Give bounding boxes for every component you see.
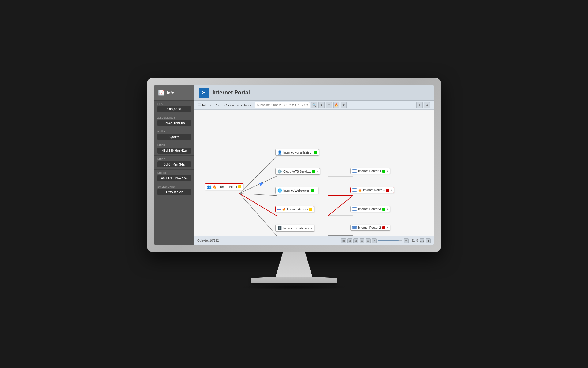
svg-line-1	[239, 176, 277, 194]
monitor-screen: 📈 Info SLA 100,00 % zul. Ausfallzeit 0d …	[154, 85, 434, 245]
monitor-shadow	[240, 284, 348, 290]
routerfire-status	[386, 189, 389, 192]
svg-line-2	[239, 194, 277, 196]
settings-button[interactable]: ⚙	[417, 102, 423, 108]
stat-mtbf-label: MTBF	[157, 144, 191, 147]
header-title: Internet Portal	[213, 90, 250, 96]
toolbar-icon: ☰	[198, 103, 201, 107]
router4-arrow: ›	[387, 169, 388, 173]
stat-service-owner: Service Owner Otto Meier	[154, 183, 194, 197]
fire-filter-button[interactable]: 🔥	[333, 102, 339, 108]
node-router2[interactable]: Internet Router 2 ›	[350, 225, 390, 231]
search-button[interactable]: 🔍	[311, 102, 317, 108]
svg-line-0	[239, 157, 277, 193]
stat-risiko: Risiko 0,00%	[154, 128, 194, 142]
e2e-icon: 👤	[277, 150, 282, 155]
svg-line-8	[328, 196, 353, 216]
expand-button[interactable]: ⬇	[424, 102, 430, 108]
zoom-grid-btn2[interactable]: ⊟	[347, 238, 352, 243]
zoom-grid-btn[interactable]: ⊞	[341, 238, 346, 243]
router2-status	[382, 226, 385, 229]
router3-label: Internet Router 3	[358, 207, 381, 211]
zoom-minus-btn[interactable]: －	[372, 238, 377, 243]
stat-ausfallzeit: zul. Ausfallzeit 0d 4h 12m 0s	[154, 114, 194, 128]
diagram-area[interactable]: ★ 👥 🔥 Internet Portal 👤 Internet Portal …	[194, 110, 434, 236]
webserver-arrow: ›	[315, 189, 316, 192]
pause-btn[interactable]: ⏸	[426, 238, 431, 243]
zoom-reset-btn[interactable]: 1:1	[420, 238, 424, 243]
portal-status	[238, 185, 241, 188]
router2-label: Internet Router 2	[358, 226, 381, 229]
stat-mtbsi-value: 48d 13h 11m 15s	[157, 175, 191, 181]
monitor: 📈 Info SLA 100,00 % zul. Ausfallzeit 0d …	[147, 78, 441, 290]
stat-mtbsi-label: MTBSI	[157, 171, 191, 174]
stat-risiko-value: 0,00%	[157, 134, 191, 140]
router2-arrow: ›	[387, 226, 388, 229]
stat-sla: SLA 100,00 %	[154, 101, 194, 114]
e2e-status	[314, 151, 317, 154]
routerfire-server-icon	[352, 188, 357, 192]
node-router4[interactable]: Internet Router 4 ›	[350, 168, 390, 174]
flame-icon-portal: 🔥	[213, 185, 217, 189]
aws-icon: ⚙️	[277, 169, 282, 174]
node-router3[interactable]: Internet Router 3 ›	[350, 206, 390, 212]
node-databases[interactable]: 🗄️ Internet Databases ›	[275, 225, 314, 232]
header-eye-icon: 👁	[199, 88, 209, 98]
db-arrow: ›	[311, 227, 312, 230]
routerfire-arrow: ›	[391, 188, 392, 192]
node-webserver[interactable]: 🌐 Internet Webserver ›	[275, 187, 318, 194]
aws-arrow: ›	[317, 170, 318, 173]
router4-server-icon	[352, 169, 357, 173]
zoom-grid-btn5[interactable]: ⊞	[366, 238, 371, 243]
node-cloud-aws[interactable]: ⚙️ Cloud AWS Servic... ›	[275, 168, 320, 175]
flame-icon-access: 🔥	[282, 208, 286, 211]
chart-icon: 📈	[158, 90, 164, 96]
webserver-status	[311, 189, 314, 192]
node-e2e[interactable]: 👤 Internet Portal E2E ...	[275, 149, 319, 156]
zoom-grid-btn4[interactable]: ⊟	[360, 238, 364, 243]
sidebar-header: 📈 Info	[154, 85, 194, 101]
router4-status	[382, 170, 385, 173]
stat-sla-label: SLA	[157, 102, 191, 105]
router4-label: Internet Router 4	[358, 169, 381, 173]
webserver-icon: 🌐	[277, 188, 282, 193]
stat-mtbf-value: 48d 13h 6m 41s	[157, 148, 191, 154]
monitor-bezel: 📈 Info SLA 100,00 % zul. Ausfallzeit 0d …	[147, 78, 441, 252]
zoom-grid-btn3[interactable]: ⊞	[353, 238, 358, 243]
search-input[interactable]	[255, 102, 310, 108]
zoom-slider[interactable]	[378, 240, 402, 241]
objects-count: Objekte: 10/122	[197, 239, 219, 242]
status-bar-right: ⊞ ⊟ ⊞ ⊟ ⊞ － ＋ 91 % 1:1 ⏸	[341, 238, 431, 243]
router2-server-icon	[352, 226, 357, 229]
status-bar: Objekte: 10/122 ⊞ ⊟ ⊞ ⊟ ⊞ － ＋	[194, 236, 434, 245]
stat-service-owner-label: Service Owner	[157, 185, 191, 188]
access-label: Internet Access	[287, 208, 308, 211]
monitor-base	[251, 277, 337, 283]
zoom-plus-btn[interactable]: ＋	[404, 238, 409, 243]
routerfire-label: Internet Route...	[363, 188, 385, 192]
portal-label: Internet Portal	[218, 185, 237, 189]
menu-button[interactable]: ▼	[341, 102, 347, 108]
node-internet-portal[interactable]: 👥 🔥 Internet Portal	[205, 183, 243, 190]
toolbar: ☰ Internet Portal · Service-Explorer 🔍 ▼…	[194, 101, 434, 110]
stat-ausfallzeit-value: 0d 4h 12m 0s	[157, 120, 191, 126]
stat-mtbsi: MTBSI 48d 13h 11m 15s	[154, 170, 194, 183]
webserver-label: Internet Webserver	[283, 189, 309, 192]
sidebar-title: Info	[167, 90, 175, 95]
filter-button[interactable]: ▼	[318, 102, 325, 108]
stat-mtrs-label: MTRS	[157, 158, 191, 161]
access-icon: ▬	[277, 207, 281, 211]
favorite-star-icon[interactable]: ★	[258, 180, 264, 188]
stat-mtrs-value: 0d 0h 4m 34s	[157, 161, 191, 167]
grid-button[interactable]: ⊞	[326, 102, 332, 108]
node-internet-access[interactable]: ▬ 🔥 Internet Access	[275, 206, 314, 212]
db-label: Internet Databases	[283, 227, 309, 230]
monitor-stand	[276, 252, 312, 277]
stat-mtrs: MTRS 0d 0h 4m 34s	[154, 156, 194, 170]
stat-ausfallzeit-label: zul. Ausfallzeit	[157, 116, 191, 119]
router3-arrow: ›	[387, 207, 388, 211]
node-router-fire[interactable]: 🔥 Internet Route... ›	[350, 187, 394, 193]
aws-label: Cloud AWS Servic...	[283, 170, 311, 173]
zoom-slider-fill	[378, 240, 399, 241]
stat-service-owner-value: Otto Meier	[157, 189, 191, 195]
